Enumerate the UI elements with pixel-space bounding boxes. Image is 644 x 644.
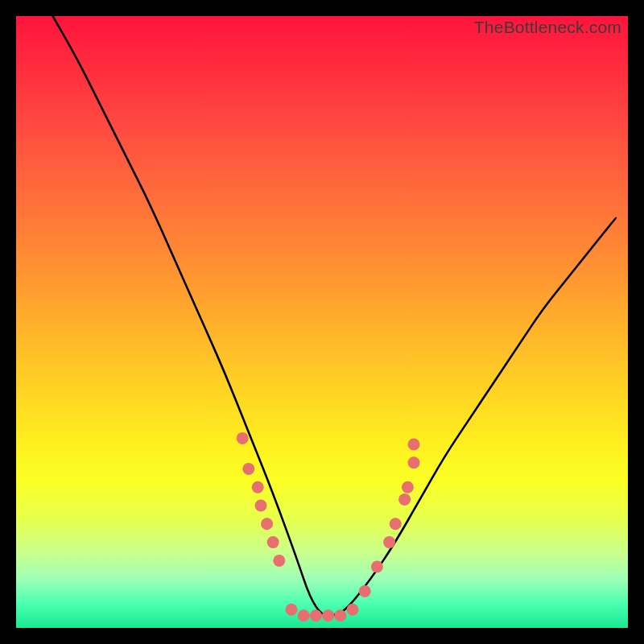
plot-area: TheBottleneck.com: [16, 16, 628, 628]
data-dot: [383, 536, 395, 548]
data-dot: [347, 604, 359, 616]
curve-svg: [16, 16, 628, 628]
data-dot: [359, 585, 371, 597]
data-dot: [273, 555, 285, 567]
data-dot: [298, 609, 310, 621]
data-dot: [408, 439, 420, 451]
data-dot: [371, 561, 383, 573]
data-dot: [334, 609, 346, 621]
data-dot: [237, 432, 249, 444]
chart-frame: TheBottleneck.com: [0, 0, 644, 644]
data-dot: [242, 463, 254, 475]
data-dot: [402, 481, 414, 493]
data-dots: [237, 432, 420, 621]
data-dot: [398, 493, 411, 506]
data-dot: [252, 481, 264, 493]
data-dot: [408, 456, 420, 469]
data-dot: [261, 518, 273, 530]
data-dot: [322, 609, 334, 621]
data-dot: [286, 604, 298, 616]
data-dot: [390, 518, 402, 530]
bottleneck-curve: [53, 16, 616, 616]
data-dot: [255, 500, 267, 512]
data-dot: [310, 609, 322, 621]
data-dot: [267, 536, 279, 548]
